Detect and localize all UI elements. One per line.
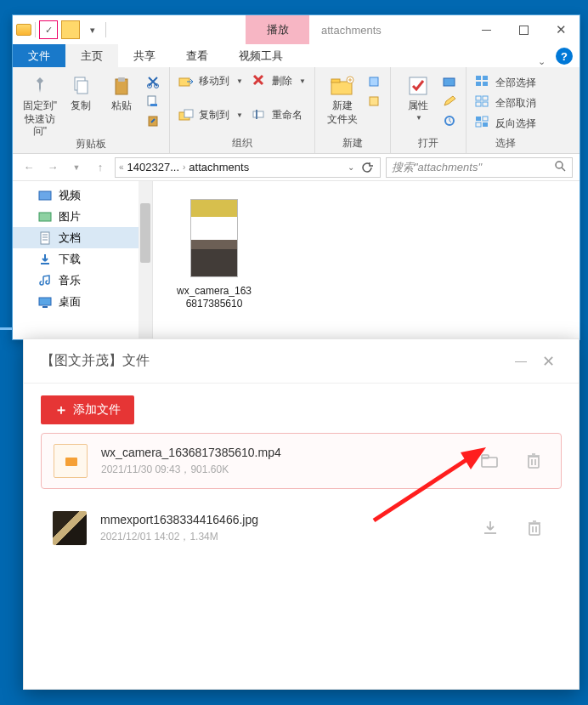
new-doc-qat-icon[interactable] (61, 20, 80, 39)
tab-share[interactable]: 共享 (118, 44, 171, 67)
group-label-select: 选择 (473, 136, 538, 153)
breadcrumb-seg-1[interactable]: 1402327... (127, 161, 179, 173)
copy-button[interactable]: 复制 (60, 70, 101, 112)
breadcrumb-overflow-icon[interactable]: « (119, 162, 124, 172)
svg-rect-1 (77, 81, 88, 94)
window-minimize-button[interactable] (467, 15, 505, 44)
tab-video-tools[interactable]: 视频工具 (223, 44, 298, 67)
tab-view[interactable]: 查看 (171, 44, 223, 67)
nav-item-documents[interactable]: 文档 (13, 227, 152, 248)
dialog-minimize-button[interactable] (507, 352, 534, 370)
nav-item-downloads[interactable]: 下载 (13, 248, 152, 270)
delete-button[interactable]: 删除▼ (250, 71, 308, 90)
delete-file-button[interactable] (519, 519, 550, 537)
history-icon[interactable] (440, 112, 459, 129)
navpane-scrollbar[interactable] (139, 181, 152, 339)
window-close-button[interactable]: ✕ (542, 15, 580, 44)
cut-icon[interactable] (144, 73, 162, 90)
pin-to-quick-access-button[interactable]: 固定到" 快速访问" (20, 70, 60, 137)
svg-rect-28 (483, 102, 488, 106)
quick-access-toolbar: ✓ ▾ (13, 15, 110, 44)
address-bar[interactable]: « 1402327... › attachments ⌄ (115, 157, 381, 178)
address-dropdown-icon[interactable]: ⌄ (348, 162, 354, 172)
file-row[interactable]: wx_camera_1636817385610.mp4 2021/11/30 0… (41, 433, 562, 489)
nav-back-button[interactable]: ← (20, 158, 38, 177)
properties-button[interactable]: 属性 ▼ (398, 70, 438, 122)
open-extra (438, 70, 459, 129)
svg-rect-23 (476, 82, 481, 86)
nav-item-pictures[interactable]: 图片 (13, 206, 152, 227)
select-all-icon (475, 75, 490, 90)
svg-rect-37 (39, 298, 51, 305)
svg-rect-34 (39, 191, 51, 200)
navigation-pane: 视频 图片 文档 下载 音乐 桌面 (13, 181, 153, 339)
add-file-button[interactable]: ＋ 添加文件 (41, 395, 134, 424)
breadcrumb-seg-2[interactable]: attachments (189, 161, 249, 173)
ribbon: 固定到" 快速访问" 复制 粘贴 (13, 67, 580, 154)
edit-icon[interactable] (440, 93, 459, 110)
copy-to-button[interactable]: 复制到▼ (177, 105, 245, 124)
download-file-button[interactable] (475, 519, 506, 537)
rename-button[interactable]: 重命名 (250, 105, 304, 124)
group-label-organize: 组织 (177, 136, 308, 153)
svg-rect-29 (476, 117, 481, 121)
svg-rect-36 (41, 232, 49, 244)
move-to-button[interactable]: 移动到▼ (177, 71, 245, 90)
svg-rect-11 (253, 111, 263, 117)
nav-item-desktop[interactable]: 桌面 (13, 291, 152, 312)
help-icon[interactable]: ? (556, 48, 573, 65)
nav-history-dropdown[interactable]: ▼ (67, 158, 86, 177)
open-icon[interactable] (440, 73, 459, 90)
refresh-button[interactable] (358, 158, 376, 177)
music-icon (38, 274, 52, 287)
ribbon-collapse-icon[interactable]: ⌄ (527, 56, 556, 67)
nav-item-music[interactable]: 音乐 (13, 270, 152, 291)
file-content-area[interactable]: wx_camera_1636817385610 (153, 181, 580, 339)
qat-dropdown-icon[interactable]: ▾ (83, 20, 102, 39)
downloads-icon (38, 253, 52, 266)
invert-selection-button[interactable]: 反向选择 (473, 114, 538, 133)
qat-separator (35, 22, 36, 37)
properties-qat-icon[interactable]: ✓ (39, 20, 58, 39)
ribbon-group-clipboard: 固定到" 快速访问" 复制 粘贴 (13, 67, 170, 153)
file-list: wx_camera_1636817385610.mp4 2021/11/30 0… (24, 433, 579, 555)
svg-rect-21 (476, 76, 481, 80)
search-input[interactable]: 搜索"attachments" (386, 157, 573, 178)
paste-shortcut-icon[interactable] (144, 112, 162, 129)
nav-forward-button[interactable]: → (43, 158, 62, 177)
nav-item-videos[interactable]: 视频 (13, 185, 152, 206)
dialog-close-button[interactable]: ✕ (534, 352, 562, 371)
image-file-icon (53, 511, 87, 545)
titlebar: ✓ ▾ 播放 attachments ✕ (13, 15, 580, 44)
easy-access-icon[interactable] (365, 93, 383, 110)
video-icon (38, 189, 52, 202)
new-folder-button[interactable]: 新建 文件夹 (322, 70, 363, 126)
open-folder-button[interactable] (474, 452, 505, 469)
tab-file[interactable]: 文件 (13, 44, 65, 67)
file-item[interactable]: wx_camera_1636817385610 (167, 190, 262, 331)
file-meta: 2021/12/01 14:02，1.34M (100, 530, 461, 544)
file-meta: 2021/11/30 09:43，901.60K (101, 463, 461, 477)
invert-selection-icon (475, 116, 490, 131)
video-thumbnail (167, 190, 262, 285)
svg-rect-40 (482, 455, 489, 458)
copy-path-icon[interactable] (144, 93, 162, 110)
search-icon[interactable] (553, 160, 567, 174)
folder-icon (16, 24, 31, 36)
contextual-tab-caption: 播放 (246, 15, 309, 44)
select-none-button[interactable]: 全部取消 (473, 94, 538, 112)
delete-icon (252, 73, 267, 88)
select-all-button[interactable]: 全部选择 (473, 73, 538, 92)
file-row[interactable]: mmexport1638334416466.jpg 2021/12/01 14:… (41, 501, 562, 555)
select-none-icon (475, 95, 490, 111)
nav-up-button[interactable]: ↑ (91, 158, 110, 177)
svg-rect-25 (476, 96, 481, 100)
paste-button[interactable]: 粘贴 (101, 70, 142, 112)
svg-rect-3 (118, 77, 125, 82)
tab-home[interactable]: 主页 (65, 44, 118, 67)
new-item-icon[interactable] (365, 73, 383, 90)
delete-file-button[interactable] (518, 452, 549, 470)
window-maximize-button[interactable] (505, 15, 542, 44)
svg-rect-12 (256, 110, 257, 119)
svg-rect-14 (331, 79, 340, 82)
